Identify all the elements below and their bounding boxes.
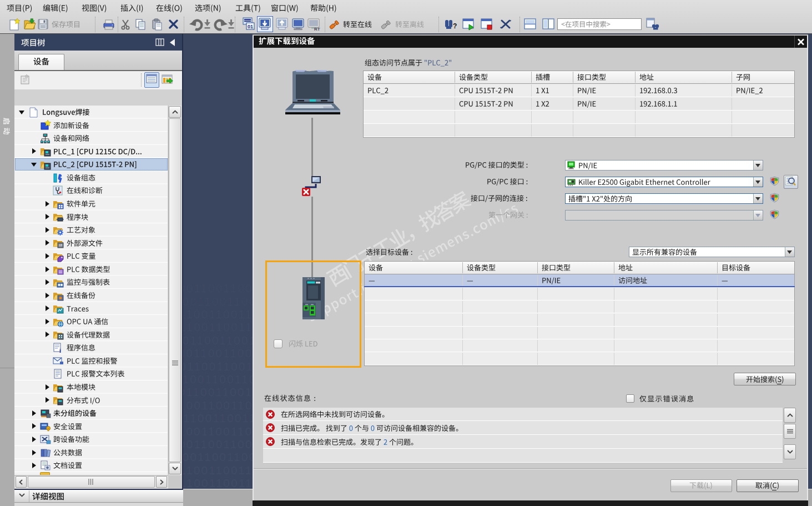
svg-text:01: 01: [59, 244, 62, 247]
svg-text:RT: RT: [314, 27, 320, 32]
svg-text:01: 01: [248, 24, 253, 29]
svg-text:?: ?: [453, 22, 457, 30]
svg-text:i: i: [59, 348, 61, 354]
